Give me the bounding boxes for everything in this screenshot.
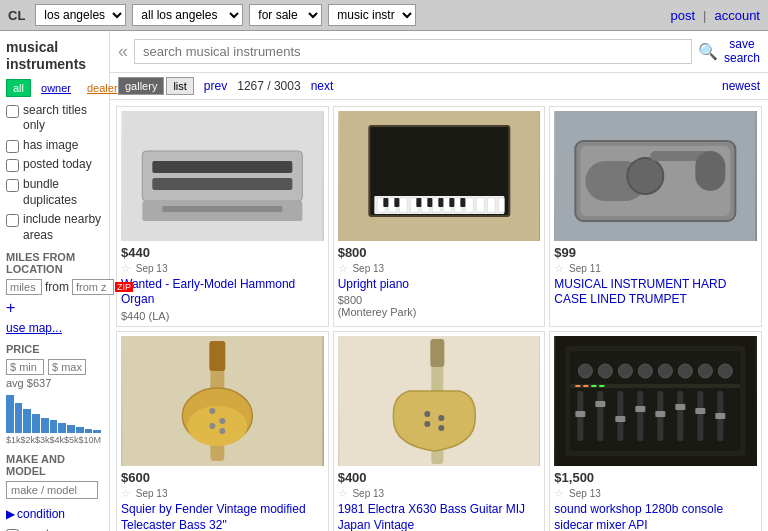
miles-input[interactable]: [6, 279, 42, 295]
svg-rect-77: [716, 413, 726, 419]
item-meta: ☆ Sep 13: [554, 487, 757, 500]
item-meta: ☆ Sep 11: [554, 262, 757, 275]
svg-rect-5: [162, 206, 282, 212]
post-link[interactable]: post: [670, 8, 695, 23]
has-image-checkbox[interactable]: [6, 140, 19, 153]
include-nearby-checkbox[interactable]: [6, 214, 19, 227]
checkbox-posted-today: posted today: [6, 157, 103, 173]
condition-section: ▶ condition: [6, 507, 103, 521]
svg-rect-82: [600, 385, 605, 387]
svg-rect-26: [449, 198, 454, 207]
item-price: $99: [554, 245, 757, 260]
posted-today-checkbox[interactable]: [6, 159, 19, 172]
price-avg: avg $637: [6, 377, 103, 389]
bass-image: [338, 336, 541, 466]
location-select[interactable]: los angeles new york chicago: [35, 4, 126, 26]
search-submit-button[interactable]: 🔍: [698, 42, 718, 61]
content-area: « 🔍 savesearch gallery list prev 1267 / …: [110, 31, 768, 531]
svg-rect-81: [592, 385, 597, 387]
zip-box: ZIP: [72, 279, 133, 295]
save-search-button[interactable]: savesearch: [724, 37, 760, 66]
top-links: post | account: [670, 8, 760, 23]
prev-link[interactable]: prev: [204, 79, 227, 93]
hist-label-3k: $3k: [35, 435, 50, 445]
svg-rect-2: [152, 161, 292, 173]
condition-header[interactable]: ▶ condition: [6, 507, 103, 521]
make-model-input[interactable]: [6, 481, 98, 499]
hist-label-4k: $4k: [50, 435, 65, 445]
list-view-button[interactable]: list: [166, 77, 193, 95]
search-titles-checkbox[interactable]: [6, 105, 19, 118]
piano-image: [338, 111, 541, 241]
make-model-section-label: MAKE AND MODEL: [6, 453, 103, 477]
bundle-duplicates-checkbox[interactable]: [6, 179, 19, 192]
list-item[interactable]: $1,500 ☆ Sep 13 sound workshop 1280b con…: [549, 331, 762, 531]
svg-rect-65: [638, 391, 644, 441]
item-image: [554, 111, 757, 241]
sidebar-title: musical instruments: [6, 39, 103, 73]
filter-all-button[interactable]: all: [6, 79, 31, 97]
gallery-view-button[interactable]: gallery: [118, 77, 164, 95]
list-item[interactable]: $99 ☆ Sep 11 MUSICAL INSTRUMENT HARD CAS…: [549, 106, 762, 327]
histogram-bar: [23, 409, 31, 433]
cryptocurrency-label: cryptocurrency ok: [23, 527, 103, 531]
svg-rect-23: [416, 198, 421, 207]
zip-flag: ZIP: [115, 282, 133, 292]
list-item[interactable]: $600 ☆ Sep 13 Squier by Fender Vintage m…: [116, 331, 329, 531]
star-icon: ☆: [121, 262, 131, 274]
price-max-input[interactable]: [48, 359, 86, 375]
account-link[interactable]: account: [714, 8, 760, 23]
item-image: [121, 111, 324, 241]
histogram-bar: [85, 429, 93, 433]
newest-link[interactable]: newest: [722, 79, 760, 93]
pagination-bar: gallery list prev 1267 / 3003 next newes…: [110, 73, 768, 100]
svg-rect-21: [383, 198, 388, 207]
zip-input[interactable]: [72, 279, 114, 295]
histogram-bar: [76, 427, 84, 434]
category-select[interactable]: for sale housing jobs: [249, 4, 322, 26]
mixer-image: [554, 336, 757, 466]
next-link[interactable]: next: [311, 79, 334, 93]
svg-point-58: [659, 364, 673, 378]
price-section-label: PRICE: [6, 343, 103, 355]
histogram-bar: [41, 418, 49, 433]
svg-rect-24: [427, 198, 432, 207]
subcategory-select[interactable]: music instr all for sale antiques: [328, 4, 416, 26]
trumpet-image: [554, 111, 757, 241]
svg-rect-71: [596, 401, 606, 407]
star-icon: ☆: [554, 262, 564, 274]
item-date: Sep 13: [352, 488, 384, 499]
svg-point-46: [424, 411, 430, 417]
item-meta: ☆ Sep 13: [338, 487, 541, 500]
histogram-labels: $1k $2k $3k $4k $5k $10M: [6, 435, 101, 445]
svg-point-43: [219, 428, 225, 434]
svg-rect-70: [576, 411, 586, 417]
hist-label-5k: $5k: [64, 435, 79, 445]
svg-rect-20: [498, 198, 504, 212]
list-item[interactable]: $800 ☆ Sep 13 Upright piano $800 (Monter…: [333, 106, 546, 327]
item-title: Wanted - Early-Model Hammond Organ: [121, 277, 324, 308]
svg-rect-27: [460, 198, 465, 207]
price-min-input[interactable]: [6, 359, 44, 375]
checkbox-has-image: has image: [6, 138, 103, 154]
item-title: Upright piano: [338, 277, 541, 293]
top-nav: CL los angeles new york chicago all los …: [0, 0, 768, 31]
item-date: Sep 11: [569, 263, 601, 274]
search-input[interactable]: [134, 39, 692, 64]
plus-button[interactable]: +: [6, 299, 103, 317]
item-meta: ☆ Sep 13: [338, 262, 541, 275]
list-item[interactable]: $440 ☆ Sep 13 Wanted - Early-Model Hammo…: [116, 106, 329, 327]
collapse-button[interactable]: «: [118, 41, 128, 62]
miles-section-label: MILES FROM LOCATION: [6, 251, 103, 275]
svg-point-40: [209, 408, 215, 414]
svg-rect-1: [142, 151, 302, 201]
svg-rect-75: [676, 404, 686, 410]
item-price: $400: [338, 470, 541, 485]
area-select[interactable]: all los angeles antelope valley: [132, 4, 243, 26]
list-item[interactable]: $400 ☆ Sep 13 1981 Electra X630 Bass Gui…: [333, 331, 546, 531]
cl-logo: CL: [8, 8, 25, 23]
posted-today-label: posted today: [23, 157, 92, 173]
svg-rect-50: [430, 339, 444, 367]
use-map-link[interactable]: use map...: [6, 321, 103, 335]
filter-owner-button[interactable]: owner: [35, 80, 77, 96]
